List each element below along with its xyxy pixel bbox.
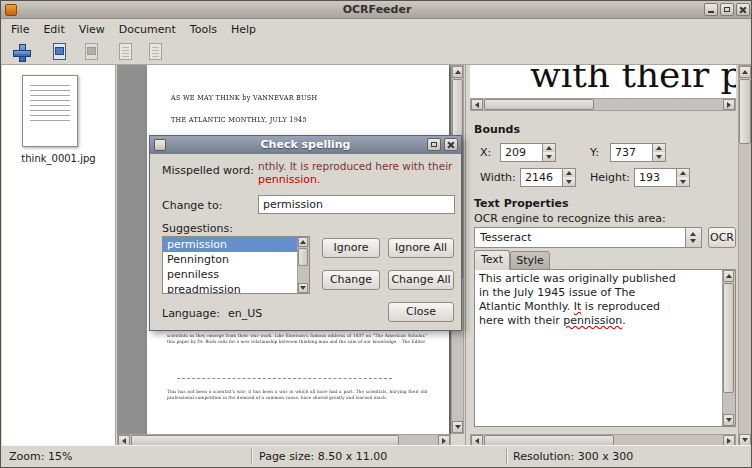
combo-arrows-icon[interactable] xyxy=(685,228,701,247)
recognize-document-button[interactable] xyxy=(45,40,73,63)
tab-style[interactable]: Style xyxy=(510,251,550,270)
change-to-input[interactable] xyxy=(258,195,455,214)
close-button[interactable] xyxy=(736,3,750,16)
misspelled-context: nthly. It is reproduced here with their … xyxy=(258,160,456,186)
suggestion-item[interactable]: permission xyxy=(163,237,297,252)
height-spin-down-button[interactable] xyxy=(676,177,689,186)
x-spin-down-button[interactable] xyxy=(542,152,555,161)
resolution-status: Resolution: 300 x 300 xyxy=(513,450,633,463)
generate-document-button[interactable] xyxy=(141,40,169,63)
change-all-button[interactable]: Change All xyxy=(388,270,454,290)
y-spin-down-button[interactable] xyxy=(652,152,665,161)
recognize-areas-icon xyxy=(85,43,98,60)
bounds-title: Bounds xyxy=(474,123,520,136)
pages-panel: think_0001.jpg xyxy=(2,65,116,445)
tab-text[interactable]: Text xyxy=(474,250,510,270)
export-document-button[interactable] xyxy=(111,40,139,63)
menu-file[interactable]: File xyxy=(4,21,36,38)
width-spin-down-button[interactable] xyxy=(562,177,575,186)
scroll-up-arrow[interactable] xyxy=(739,66,751,78)
region-preview-text: with their p xyxy=(530,65,736,95)
misspelled-context-text: nthly. It is reproduced here with their xyxy=(258,160,456,173)
misspelled-word: pennission. xyxy=(258,173,456,186)
recognize-document-icon xyxy=(53,43,66,60)
dialog-titlebar[interactable]: Check spelling xyxy=(150,136,461,154)
recognize-areas-button[interactable] xyxy=(77,40,105,63)
menu-help[interactable]: Help xyxy=(224,21,263,38)
text-editor-content[interactable]: This article was originally published in… xyxy=(479,272,679,328)
page-preface-text: scientists as they emerge from their war… xyxy=(167,333,427,345)
suggestion-item[interactable]: penniless xyxy=(163,267,297,282)
vscroll-thumb[interactable] xyxy=(298,248,308,266)
ocr-engine-value: Tesseract xyxy=(480,231,531,244)
y-value[interactable]: 737 xyxy=(615,146,636,159)
dialog-title: Check spelling xyxy=(150,138,461,151)
thumbnail-label: think_0001.jpg xyxy=(2,153,115,164)
vscroll-thumb[interactable] xyxy=(739,79,751,144)
scroll-down-arrow[interactable] xyxy=(452,421,463,433)
change-button[interactable]: Change xyxy=(322,270,380,290)
page-size-status: Page size: 8.50 x 11.00 xyxy=(259,450,387,463)
y-spinbox[interactable]: 737 xyxy=(610,143,666,162)
panel-vscrollbar[interactable] xyxy=(738,65,752,447)
page-paragraph-text: This has not been a scientist's war; it … xyxy=(167,389,427,401)
ignore-all-button[interactable]: Ignore All xyxy=(388,238,454,258)
text-editor-vscrollbar[interactable] xyxy=(722,270,735,426)
scroll-right-arrow[interactable] xyxy=(723,99,735,110)
statusbar: Zoom: 15% Page size: 8.50 x 11.00 Resolu… xyxy=(1,445,751,467)
x-value[interactable]: 209 xyxy=(505,146,526,159)
change-to-label: Change to: xyxy=(162,199,222,212)
titlebar[interactable]: OCRFeeder xyxy=(1,1,752,19)
misspelled-word-label: Misspelled word: xyxy=(162,164,254,177)
width-spinbox[interactable]: 2146 xyxy=(520,168,576,187)
height-label: Height: xyxy=(590,171,630,184)
ignore-button[interactable]: Ignore xyxy=(322,238,380,258)
suggestions-label: Suggestions: xyxy=(162,222,233,235)
suggestion-item[interactable]: preadmission xyxy=(163,282,297,294)
height-value[interactable]: 193 xyxy=(639,171,660,184)
hscroll-thumb[interactable] xyxy=(484,99,594,110)
region-preview: with their p xyxy=(470,65,736,98)
dialog-close-button[interactable] xyxy=(444,138,458,151)
thumbnail-text-lines xyxy=(30,85,70,124)
page-header-line2: THE ATLANTIC MONTHLY, JULY 1945 xyxy=(171,116,307,123)
preview-hscrollbar[interactable] xyxy=(470,98,736,111)
menu-view[interactable]: View xyxy=(72,21,112,38)
x-label: X: xyxy=(480,146,491,159)
text-run: . xyxy=(622,314,626,327)
width-label: Width: xyxy=(480,171,516,184)
scroll-up-arrow[interactable] xyxy=(298,237,308,247)
menu-edit[interactable]: Edit xyxy=(36,21,71,38)
vscroll-thumb[interactable] xyxy=(723,283,734,393)
add-image-button[interactable] xyxy=(7,40,35,63)
menubar: File Edit View Document Tools Help xyxy=(1,19,752,39)
maximize-button[interactable] xyxy=(720,3,734,16)
status-separator xyxy=(506,449,508,464)
width-value[interactable]: 2146 xyxy=(525,171,553,184)
height-spinbox[interactable]: 193 xyxy=(634,168,690,187)
scroll-down-arrow[interactable] xyxy=(298,283,308,293)
status-separator xyxy=(251,449,253,464)
minimize-button[interactable] xyxy=(704,3,718,16)
suggestion-item[interactable]: Pennington xyxy=(163,252,297,267)
text-editor[interactable]: This article was originally published in… xyxy=(474,269,736,427)
scroll-left-arrow[interactable] xyxy=(471,99,483,110)
suggestions-vscrollbar[interactable] xyxy=(297,237,309,293)
ocr-button[interactable]: OCR xyxy=(708,227,736,248)
scroll-down-arrow[interactable] xyxy=(723,414,734,426)
menu-document[interactable]: Document xyxy=(112,21,183,38)
window-title: OCRFeeder xyxy=(1,3,752,16)
x-spinbox[interactable]: 209 xyxy=(500,143,556,162)
add-image-icon xyxy=(13,44,29,60)
ocr-engine-select[interactable]: Tesseract xyxy=(474,227,702,248)
suggestions-list[interactable]: permission Pennington penniless preadmis… xyxy=(162,236,310,294)
misspelled-run: pennission xyxy=(563,314,622,327)
scroll-up-arrow[interactable] xyxy=(452,66,463,78)
page-divider xyxy=(177,378,392,379)
page-thumbnail[interactable] xyxy=(22,75,78,147)
scroll-up-arrow[interactable] xyxy=(723,270,734,282)
dialog-close-action-button[interactable]: Close xyxy=(388,302,454,322)
page-header-line1: AS WE MAY THINK by VANNEVAR BUSH xyxy=(171,94,317,101)
dialog-maximize-button[interactable] xyxy=(427,138,441,151)
menu-tools[interactable]: Tools xyxy=(183,21,224,38)
